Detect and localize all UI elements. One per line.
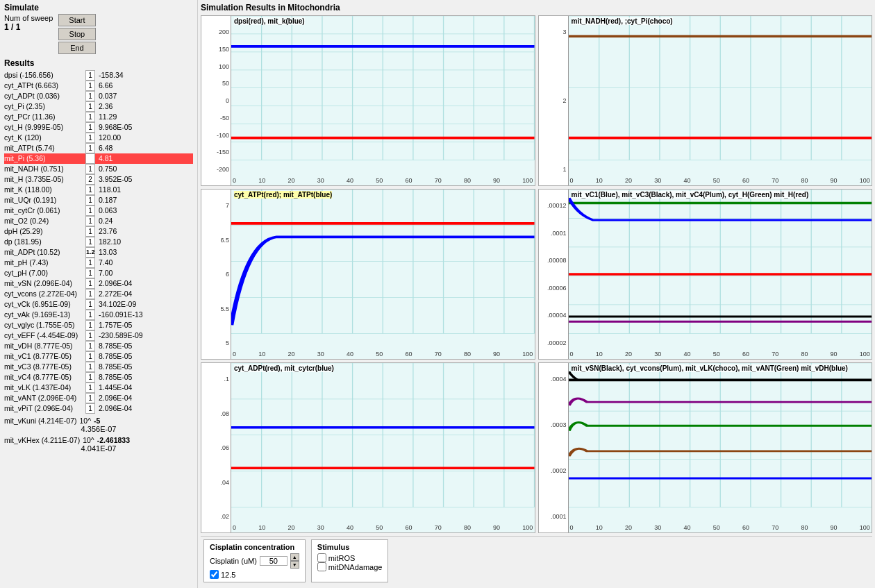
- x-label: 30: [317, 177, 324, 184]
- result-row: mit_vSN (2.096E-04) 1 2.096E-04: [4, 278, 193, 289]
- result-value: 6.48: [97, 143, 193, 153]
- x-label: 80: [464, 351, 471, 358]
- result-value: 0.24: [97, 216, 193, 226]
- y-axis-chart1: 200150100500-50-100-150-200: [201, 16, 231, 185]
- result-value: -158.34: [97, 70, 193, 81]
- result-value: 23.76: [97, 226, 193, 237]
- y-label: 200: [219, 28, 229, 35]
- y-label: -100: [217, 132, 229, 139]
- y-label: .02: [220, 513, 229, 520]
- y-label: .08: [220, 410, 229, 417]
- x-label: 30: [317, 524, 324, 531]
- results-title: Results: [4, 58, 193, 68]
- x-label: 70: [772, 351, 778, 358]
- result-sweep: 1: [85, 289, 95, 299]
- stop-button[interactable]: Stop: [58, 28, 95, 40]
- result-row: dpsi (-156.656) 1 -158.34: [4, 70, 193, 81]
- cisplatin-input[interactable]: [260, 556, 288, 566]
- result-row: mit_vDH (8.777E-05) 1 8.785E-05: [4, 341, 193, 351]
- result-name: cyt_K (120): [4, 133, 84, 143]
- chart-svg-chart5: [231, 363, 535, 532]
- khex-value: 4.041E-07: [4, 444, 193, 453]
- start-button[interactable]: Start: [58, 14, 95, 26]
- result-value: 7.00: [97, 268, 193, 278]
- x-label: 100: [522, 351, 533, 358]
- kuni-value: 4.356E-07: [4, 425, 193, 433]
- result-name: mit_vC4 (8.777E-05): [4, 372, 84, 383]
- x-label: 0: [570, 524, 574, 531]
- result-value: 8.785E-05: [97, 362, 193, 372]
- x-label: 0: [233, 351, 236, 358]
- chart-area-chart4: mit_vC1(Blue), mit_vC3(Black), mit_vC4(P…: [568, 190, 872, 359]
- result-name: cyt_ADPt (0.036): [4, 91, 84, 101]
- result-row: mit_H (3.735E-05) 2 3.952E-05: [4, 174, 193, 185]
- x-label: 80: [801, 177, 808, 184]
- x-axis-chart1: 0102030405060708090100: [231, 177, 535, 184]
- result-sweep: 1: [85, 330, 95, 341]
- sweep-counter: 1 / 1: [4, 22, 53, 32]
- mitdna-checkbox[interactable]: [317, 562, 326, 571]
- cisplatin-sub-value: 12.5: [221, 571, 235, 579]
- result-sweep: 1: [85, 91, 95, 101]
- result-sweep: 1: [85, 112, 95, 122]
- result-row: mit_pH (7.43) 1 7.40: [4, 258, 193, 268]
- y-axis-chart5: .1.08.06.04.02: [201, 363, 231, 532]
- result-row: cyt_vglyc (1.755E-05) 1 1.757E-05: [4, 320, 193, 330]
- result-name: dpH (25.29): [4, 226, 84, 237]
- result-row: cyt_K (120) 1 120.00: [4, 133, 193, 143]
- result-row: mit_vC4 (8.777E-05) 1 8.785E-05: [4, 372, 193, 383]
- result-row: mit_K (118.00) 1 118.01: [4, 185, 193, 195]
- result-name: mit_K (118.00): [4, 185, 84, 195]
- chart-title-chart5: cyt_ADPt(red), mit_cytcr(blue): [234, 364, 334, 372]
- y-label: -150: [217, 149, 229, 156]
- x-label: 50: [376, 524, 383, 531]
- mitdna-label: mitDNAdamage: [328, 563, 383, 571]
- y-label: 5.5: [220, 305, 229, 312]
- result-name: mit_Pi (5.36): [4, 153, 84, 164]
- result-sweep: 1: [85, 101, 95, 112]
- kuni-exp-label: 10^: [79, 417, 91, 425]
- cisplatin-label: Cisplatin (uM): [210, 557, 257, 565]
- result-name: mit_NADH (0.751): [4, 164, 84, 174]
- y-label: .04: [220, 479, 229, 486]
- spinner-down[interactable]: ▼: [290, 561, 299, 569]
- x-label: 90: [831, 177, 838, 184]
- x-label: 20: [288, 177, 294, 184]
- result-name: mit_vLK (1.437E-04): [4, 383, 84, 393]
- result-name: mit_cytCr (0.061): [4, 205, 84, 216]
- x-label: 60: [742, 524, 749, 531]
- spinner: ▲ ▼: [290, 553, 299, 569]
- end-button[interactable]: End: [58, 42, 95, 54]
- result-sweep: 1: [85, 393, 95, 403]
- x-label: 40: [347, 177, 353, 184]
- x-label: 50: [713, 177, 720, 184]
- y-label: 1: [562, 166, 566, 173]
- x-label: 80: [801, 351, 808, 358]
- y-axis-chart3: 76.565.55: [201, 190, 231, 359]
- x-label: 0: [233, 177, 236, 184]
- x-label: 90: [493, 524, 500, 531]
- chart-title-chart4: mit_vC1(Blue), mit_vC3(Black), mit_vC4(P…: [572, 191, 809, 199]
- result-sweep: 1.2: [85, 247, 95, 258]
- x-label: 80: [464, 524, 471, 531]
- result-sweep: 1: [85, 383, 95, 393]
- cisplatin-row: Cisplatin (uM) ▲ ▼: [210, 553, 299, 569]
- x-label: 90: [493, 177, 500, 184]
- result-name: mit_vSN (2.096E-04): [4, 278, 84, 289]
- y-label: 3: [562, 28, 566, 35]
- y-label: .0004: [551, 376, 567, 383]
- mitros-checkbox[interactable]: [317, 553, 326, 562]
- x-label: 100: [860, 351, 870, 358]
- charts-grid: 200150100500-50-100-150-200dpsi(red), mi…: [201, 15, 872, 533]
- spinner-up[interactable]: ▲: [290, 553, 299, 561]
- result-sweep: 1: [85, 268, 95, 278]
- chart-svg-chart1: [231, 16, 535, 185]
- x-label: 40: [683, 177, 690, 184]
- result-sweep: 1: [85, 216, 95, 226]
- result-row: cyt_vAk (9.169E-13) 1 -160.091E-13: [4, 310, 193, 320]
- x-label: 50: [713, 524, 720, 531]
- cisplatin-checkbox[interactable]: [210, 570, 219, 579]
- result-sweep: 1: [85, 81, 95, 91]
- result-sweep: 1: [85, 133, 95, 143]
- result-row: dpH (25.29) 1 23.76: [4, 226, 193, 237]
